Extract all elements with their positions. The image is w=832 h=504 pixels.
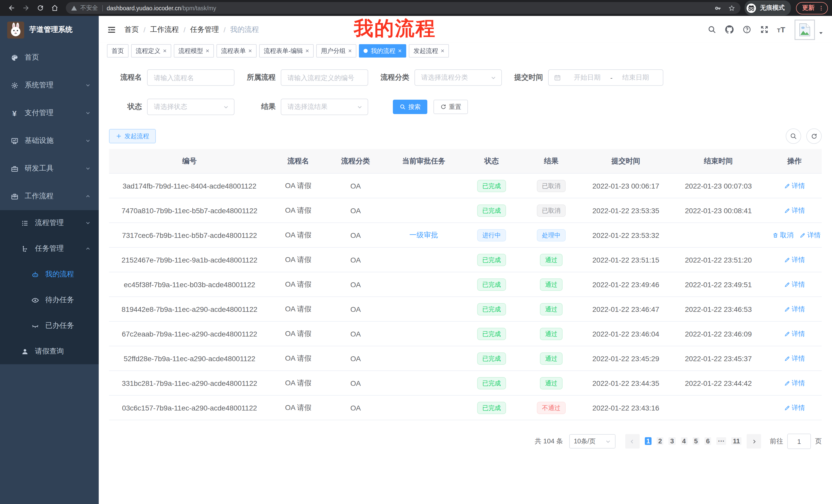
page-button-1[interactable]: 1 (645, 437, 651, 445)
breadcrumb-item[interactable]: 首页 (125, 25, 139, 34)
column-header: 提交时间 (582, 149, 670, 173)
cell-submit-time: 2022-01-22 23:49:46 (582, 272, 670, 297)
fullscreen-icon[interactable] (759, 25, 769, 34)
table-row: 67c2eaab-7b9a-11ec-a290-acde48001122OA 请… (109, 321, 822, 346)
home-icon[interactable] (50, 4, 59, 12)
close-icon[interactable]: × (348, 45, 352, 57)
page-button-2[interactable]: 2 (657, 437, 663, 445)
page-button-5[interactable]: 5 (693, 437, 699, 445)
detail-link[interactable]: 详情 (784, 329, 805, 338)
detail-link[interactable]: 详情 (784, 280, 805, 289)
sidebar-item-leave-query[interactable]: 请假查询 (0, 339, 99, 364)
show-search-button[interactable] (786, 129, 801, 144)
tab-my-process[interactable]: 我的流程× (359, 44, 406, 58)
filter-time-range[interactable]: 开始日期 - 结束日期 (548, 69, 663, 86)
cell-actions: 详情 (767, 346, 822, 371)
detail-link[interactable]: 详情 (784, 379, 805, 388)
detail-link[interactable]: 详情 (784, 255, 805, 264)
search-icon[interactable] (707, 25, 716, 34)
key-icon[interactable] (714, 4, 722, 12)
sidebar-submenu: 流程管理任务管理我的流程待办任务已办任务请假查询 (0, 210, 99, 364)
sidebar-item-todo-tasks[interactable]: 待办任务 (0, 287, 99, 313)
chevron-down-icon (85, 220, 90, 226)
help-icon[interactable] (742, 25, 751, 34)
filter-category-field: 流程分类 请选择流程分类 (381, 69, 502, 86)
sidebar-item-process-mgmt[interactable]: 流程管理 (0, 210, 99, 236)
tab-start-process[interactable]: 发起流程× (409, 44, 449, 58)
sidebar-item-workflow[interactable]: 工作流程 (0, 183, 99, 210)
close-icon[interactable]: × (206, 45, 209, 57)
reload-icon[interactable] (36, 4, 44, 12)
table-row: 3ad174fb-7b9d-11ec-8404-acde48001122OA 请… (109, 173, 822, 198)
back-icon[interactable] (7, 4, 16, 12)
close-icon[interactable]: × (398, 45, 401, 57)
close-icon[interactable]: × (441, 45, 444, 57)
detail-link[interactable]: 详情 (800, 230, 821, 240)
page-button-4[interactable]: 4 (681, 437, 687, 445)
tab-process-definition[interactable]: 流程定义× (131, 44, 171, 58)
sidebar-item-infrastructure[interactable]: 基础设施 (0, 127, 99, 155)
pagination-total: 共 104 条 (535, 437, 563, 446)
tab-process-form[interactable]: 流程表单× (216, 44, 257, 58)
tab-user-group[interactable]: 用户分组× (316, 44, 356, 58)
font-size-icon[interactable]: TT (777, 25, 785, 34)
breadcrumb-item[interactable]: 任务管理 (190, 25, 219, 34)
sidebar-item-home[interactable]: 首页 (0, 44, 99, 72)
tab-process-form-edit[interactable]: 流程表单-编辑× (259, 44, 314, 58)
avatar[interactable] (795, 19, 815, 40)
cancel-link[interactable]: 取消 (772, 230, 794, 240)
reset-button[interactable]: 重置 (434, 100, 468, 114)
sidebar-item-payment[interactable]: ¥支付管理 (0, 99, 99, 127)
tab-home[interactable]: 首页 (107, 44, 129, 58)
status-badge: 已完成 (477, 328, 506, 340)
sidebar-item-done-tasks[interactable]: 已办任务 (0, 313, 99, 339)
detail-link[interactable]: 详情 (784, 181, 805, 190)
sidebar-item-dev-tools[interactable]: 研发工具 (0, 155, 99, 183)
sidebar-item-task-mgmt[interactable]: 任务管理 (0, 236, 99, 261)
hamburger-icon[interactable] (107, 25, 116, 34)
filter-definition-input[interactable] (281, 69, 368, 86)
refresh-table-button[interactable] (806, 129, 822, 144)
app-logo-row[interactable]: 芋道管理系统 (0, 16, 99, 44)
star-icon[interactable] (728, 4, 735, 12)
cell-status: 已完成 (463, 346, 520, 371)
url-path: /bpm/task/my (181, 5, 216, 11)
tab-label: 流程模型 (178, 45, 203, 57)
github-icon[interactable] (725, 25, 734, 34)
tab-process-model[interactable]: 流程模型× (174, 44, 214, 58)
prev-page-button[interactable] (625, 434, 640, 449)
chevron-down-icon[interactable] (818, 30, 824, 36)
goto-page-input[interactable] (787, 433, 811, 449)
sidebar-item-system[interactable]: 系统管理 (0, 72, 99, 99)
filter-category-select[interactable]: 请选择流程分类 (414, 69, 502, 86)
pager-more[interactable]: ··· (717, 437, 726, 445)
filter-name-input[interactable] (147, 69, 234, 86)
detail-link[interactable]: 详情 (784, 354, 805, 363)
menu-dots-icon[interactable] (818, 5, 824, 11)
sidebar-item-my-process[interactable]: 我的流程 (0, 261, 99, 287)
filter-status-select[interactable]: 请选择状态 (147, 99, 234, 115)
close-icon[interactable]: × (306, 45, 309, 57)
page-size-select[interactable]: 10条/页 (569, 434, 616, 449)
close-icon[interactable]: × (249, 45, 252, 57)
search-button[interactable]: 搜索 (393, 100, 427, 114)
detail-link[interactable]: 详情 (784, 206, 805, 215)
forward-icon[interactable] (22, 4, 30, 12)
detail-link[interactable]: 详情 (784, 403, 805, 412)
action-label: 详情 (791, 181, 805, 190)
breadcrumb-item[interactable]: 工作流程 (150, 25, 179, 34)
page-button-3[interactable]: 3 (669, 437, 675, 445)
filter-result-select[interactable]: 请选择流结果 (281, 99, 368, 115)
app-logo (7, 21, 24, 38)
cell-id: 2152467e-7b9b-11ec-9a1b-acde48001122 (109, 247, 270, 272)
close-icon[interactable]: × (163, 45, 166, 57)
address-bar[interactable]: 不安全 dashboard.yudao.iocoder.cn/bpm/task/… (66, 2, 740, 14)
page-button-11[interactable]: 11 (731, 437, 742, 445)
create-process-button[interactable]: 发起流程 (109, 129, 156, 143)
task-link[interactable]: 一级审批 (409, 230, 438, 239)
page-button-6[interactable]: 6 (704, 437, 711, 445)
filter-status-label: 状态 (109, 102, 142, 111)
next-page-button[interactable] (747, 434, 761, 449)
detail-link[interactable]: 详情 (784, 304, 805, 314)
update-button[interactable]: 更新 (796, 2, 828, 14)
